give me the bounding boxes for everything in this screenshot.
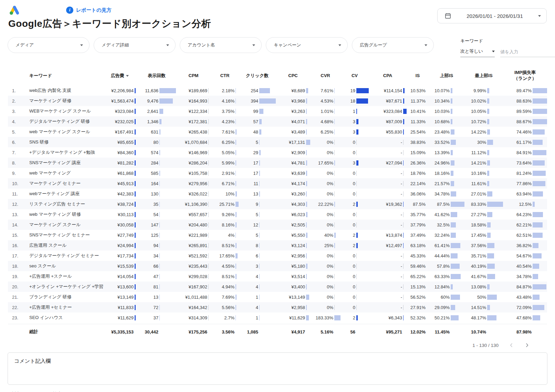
col-header-keyword[interactable]: キーワード xyxy=(24,66,102,85)
baseline-tick xyxy=(135,191,136,197)
col-header-clicks[interactable]: クリック数 xyxy=(239,66,276,85)
cell-is: 11.33% xyxy=(407,116,429,127)
cell-value: 36.06% xyxy=(410,191,426,197)
previous-page-icon[interactable] xyxy=(508,342,514,348)
col-header-cpa[interactable]: CPA xyxy=(369,66,407,85)
table-row[interactable]: 20.+オンライン +マーケティング +学習¥13,60081¥167,9024… xyxy=(8,282,547,292)
cell-value: 631 xyxy=(151,129,158,135)
col-header-cost[interactable]: 広告費 xyxy=(102,66,137,85)
bar-zone xyxy=(235,305,239,310)
cell-keyword: SNSマーケティング セミナー xyxy=(24,230,102,240)
bar-zone xyxy=(487,202,503,207)
cell-cvr: 0% xyxy=(310,178,341,189)
table-row[interactable]: 6.SNS 研修¥85,65580¥1,070,6846.25%5¥17,131… xyxy=(8,137,547,147)
cell-value: 10.02% xyxy=(471,98,486,104)
col-header-is[interactable]: IS xyxy=(407,66,429,85)
cell-cpm: ¥557,657 xyxy=(176,209,211,220)
date-range-picker[interactable]: 2026/01/01 - 2026/01/31 xyxy=(437,8,547,23)
cell-abs-top-is: 14.22% xyxy=(464,127,503,137)
table-row[interactable]: 15.SNSマーケティング セミナー¥27,749125¥221,9894%5¥… xyxy=(8,230,547,240)
value-bar xyxy=(451,212,457,217)
col-header-cpm[interactable]: CPM xyxy=(176,66,211,85)
keyword-value-input[interactable] xyxy=(500,49,555,57)
cell-cpc: ¥5,550 xyxy=(276,230,310,240)
value-bar xyxy=(306,150,307,155)
baseline-tick xyxy=(208,88,209,93)
cell-is: 37.79% xyxy=(407,220,429,230)
col-header-num[interactable] xyxy=(8,66,24,85)
col-header-impressions[interactable]: 表示回数 xyxy=(137,66,176,85)
report-help-link[interactable]: i レポートの見方 xyxy=(66,7,112,14)
bar-zone xyxy=(427,212,429,217)
cell-top-is: 11.45% xyxy=(429,324,464,339)
cell-clicks: 17 xyxy=(239,168,276,178)
value-bar xyxy=(451,171,453,176)
value-bar xyxy=(487,222,491,227)
filter-dropdown-account-name[interactable]: アカウント名 xyxy=(180,37,262,53)
col-header-imp-loss[interactable]: IMP損失率（ランク） xyxy=(503,66,547,85)
col-header-label: クリック数 xyxy=(246,73,269,79)
col-header-ctr[interactable]: CTR xyxy=(211,66,239,85)
filter-dropdown-ad-group[interactable]: 広告グループ xyxy=(352,37,434,53)
filter-dropdown-media[interactable]: メディア xyxy=(8,37,90,53)
cell-value: 33.52% xyxy=(434,140,450,145)
table-row[interactable]: 11.webマーケティング 講座¥42,383130¥326,02210%13¥… xyxy=(8,189,547,199)
col-header-abs-top-is[interactable]: 最上部IS xyxy=(464,66,503,85)
comment-area[interactable]: コメント記入欄 xyxy=(8,352,547,385)
table-row[interactable]: 2.マーケティング 研修¥1,563,4749,476¥164,9934.16%… xyxy=(8,96,547,106)
col-header-cvr[interactable]: CVR xyxy=(310,66,341,85)
cell-value: 7.61% xyxy=(222,129,234,135)
cell-value: 0 xyxy=(353,222,355,227)
table-row[interactable]: 1.web広告 内製化 支援¥2,206,98411,636¥189,6692.… xyxy=(8,85,547,96)
table-row[interactable]: 4.デジタルマーケティング 研修¥232,0251,346¥172,3814.2… xyxy=(8,116,547,127)
value-bar xyxy=(306,140,310,145)
table-row[interactable]: 14.マーケティング スクール¥30,058147¥204,4808.16%12… xyxy=(8,220,547,230)
filter-label: アカウント名 xyxy=(188,42,215,48)
table-row[interactable]: 3.WEBマーケティング スクール¥323,0842,641¥122,3343.… xyxy=(8,106,547,116)
table-row[interactable]: 18.seo スクール¥15,53966¥235,4434.55%3¥5,180… xyxy=(8,261,547,271)
keyword-operator-select[interactable]: 次と等しい xyxy=(460,48,495,57)
table-row[interactable]: 9.web マーケティング¥61,868585¥105,7582.91%17¥3… xyxy=(8,168,547,178)
next-page-icon[interactable] xyxy=(524,342,530,348)
value-bar xyxy=(356,98,368,104)
filter-dropdown-media-detail[interactable]: メディア詳細 xyxy=(94,37,176,53)
cell-value: ¥8,689 xyxy=(291,88,305,93)
table-row[interactable]: 12.リスティング広告 セミナー¥38,72435¥1,106,39025.71… xyxy=(8,199,547,209)
table-row[interactable]: 23.SEO インハウス¥11,62937¥314,3092.7%1¥11,62… xyxy=(8,312,547,323)
table-row[interactable]: 10.マーケティング セミナー¥45,913164¥279,9566.71%11… xyxy=(8,178,547,189)
table-row[interactable]: 21.ブランディング 研修¥13,14913¥1,011,4887.69%1¥1… xyxy=(8,292,547,302)
value-bar xyxy=(451,284,453,289)
cell-imp-loss: 84.91% xyxy=(503,147,547,158)
cell-value: 26.36% xyxy=(410,160,426,166)
cell-impressions: 35 xyxy=(137,199,176,209)
baseline-tick xyxy=(356,284,357,289)
bar-zone xyxy=(208,284,211,289)
cell-cost: ¥85,655 xyxy=(102,137,137,147)
table-row[interactable]: 19.+広告運用 +スクール¥14,05447¥299,0288.51%4¥3,… xyxy=(8,271,547,282)
table-row[interactable]: 17.デジタルマーケティング セミナー¥17,73434¥521,59217.6… xyxy=(8,251,547,261)
bar-zone xyxy=(259,202,276,207)
col-header-top-is[interactable]: 上部IS xyxy=(429,66,464,85)
cell-value: 47.68% xyxy=(516,315,532,320)
table-row[interactable]: 8.SNSマーケティング 講座¥81,282284¥286,2045.99%17… xyxy=(8,158,547,168)
col-header-cpc[interactable]: CPC xyxy=(276,66,310,85)
bar-zone xyxy=(427,243,429,248)
col-header-cv[interactable]: CV xyxy=(341,66,369,85)
bar-zone xyxy=(427,222,429,227)
cell-value: 2.18% xyxy=(222,88,234,93)
table-row[interactable]: 5.web マーケティング スクール¥167,491631¥265,4387.6… xyxy=(8,127,547,137)
bar-zone xyxy=(306,305,310,310)
bar-zone xyxy=(259,274,276,279)
table-row[interactable]: 22.+広告運用 +セミナー¥11,83372¥164,3425.56%4¥2,… xyxy=(8,302,547,312)
cell-imp-loss: 88.63% xyxy=(503,96,547,106)
bar-zone xyxy=(451,222,464,227)
baseline-tick xyxy=(403,305,404,310)
cell-num: 21. xyxy=(8,292,24,302)
table-row[interactable]: 16.広告運用 スクール¥24,99494¥265,8918.51%8¥3,12… xyxy=(8,240,547,251)
cell-cvr: 4.53% xyxy=(310,96,341,106)
filter-dropdown-campaign[interactable]: キャンペーン xyxy=(266,37,348,53)
table-row[interactable]: 7.+デジタルマーケティング +勉強¥84,360574¥146,9695.05… xyxy=(8,147,547,158)
bar-zone xyxy=(235,222,239,227)
table-row[interactable]: 13.web マーケティング 研修¥30,11354¥557,6579.26%5… xyxy=(8,209,547,220)
bar-zone xyxy=(487,264,503,269)
